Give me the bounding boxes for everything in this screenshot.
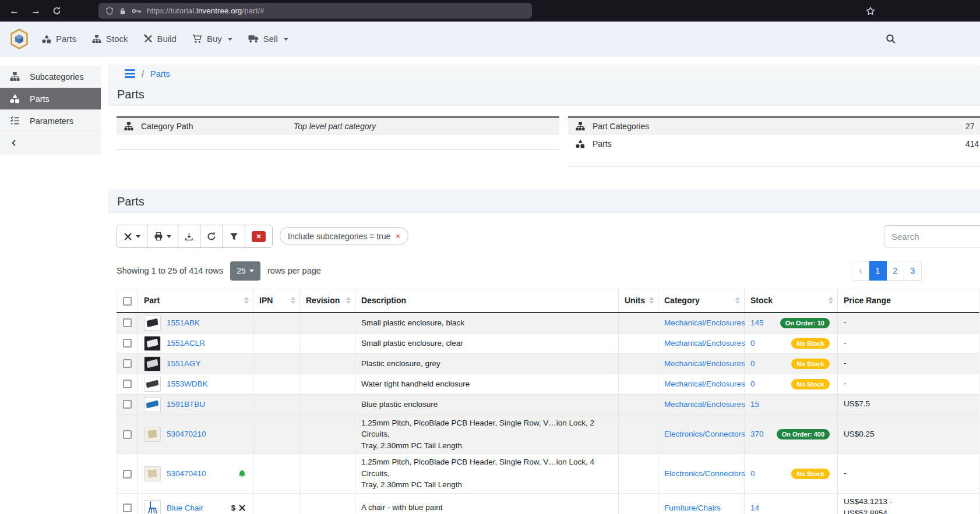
stock-link[interactable]: 15 <box>750 400 759 409</box>
part-link[interactable]: 530470210 <box>167 430 206 438</box>
browser-reload-icon[interactable] <box>52 6 61 15</box>
category-link[interactable]: Mechanical/Enclosures <box>664 339 745 348</box>
table-header-row: Part IPN Revision Description Units Cate… <box>117 289 979 313</box>
search-input[interactable] <box>884 225 980 247</box>
category-link[interactable]: Electronics/Connectors <box>664 469 745 478</box>
part-thumbnail[interactable] <box>144 500 161 514</box>
stock-link[interactable]: 0 <box>750 380 755 388</box>
column-header-ipn[interactable]: IPN <box>253 289 300 313</box>
browser-back-icon[interactable]: ← <box>9 6 19 16</box>
nav-item-build[interactable]: Build <box>144 34 177 44</box>
column-header-category[interactable]: Category <box>658 289 745 313</box>
menu-hamburger-icon[interactable] <box>125 69 135 78</box>
stock-link[interactable]: 0 <box>750 339 755 348</box>
category-link[interactable]: Mechanical/Enclosures <box>664 318 745 327</box>
ipn-cell <box>253 394 300 414</box>
tools-icon <box>144 34 153 43</box>
column-header-price-range[interactable]: Price Range <box>838 289 979 313</box>
table-row: 530470410 1.25mm Pitch, PicoBlade PCB He… <box>117 454 979 494</box>
column-header-part[interactable]: Part <box>138 289 253 313</box>
category-link[interactable]: Furniture/Chairs <box>664 504 721 512</box>
stock-link[interactable]: 14 <box>750 504 759 512</box>
sidebar-item-parts[interactable]: Parts <box>0 88 101 110</box>
nav-item-stock[interactable]: Stock <box>92 34 128 44</box>
clear-filters-button[interactable]: ✕ <box>245 225 272 247</box>
category-link[interactable]: Electronics/Connectors <box>664 430 745 438</box>
part-link[interactable]: 1591BTBU <box>167 400 205 409</box>
column-header-units[interactable]: Units <box>619 289 658 313</box>
sort-icon <box>244 297 249 304</box>
part-thumbnail[interactable] <box>144 397 161 412</box>
pagination-page-1[interactable]: 1 <box>869 261 887 281</box>
part-thumbnail[interactable] <box>144 377 161 392</box>
category-link[interactable]: Mechanical/Enclosures <box>664 359 745 368</box>
row-checkbox[interactable] <box>123 470 132 478</box>
part-link[interactable]: 530470410 <box>167 469 206 478</box>
row-checkbox[interactable] <box>123 504 132 512</box>
row-checkbox[interactable] <box>123 318 132 327</box>
category-link[interactable]: Mechanical/Enclosures <box>664 400 745 409</box>
part-thumbnail[interactable] <box>144 336 161 351</box>
table-actions-button[interactable] <box>117 225 147 247</box>
sidebar-item-parameters[interactable]: Parameters <box>0 110 101 132</box>
tools-icon <box>124 232 132 241</box>
stock-link[interactable]: 0 <box>750 469 755 478</box>
browser-forward-icon[interactable]: → <box>31 6 41 16</box>
stock-link[interactable]: 0 <box>750 359 755 368</box>
row-checkbox[interactable] <box>123 380 132 388</box>
download-button[interactable] <box>178 225 200 247</box>
description-cell: Blue plastic enclosure <box>355 394 619 414</box>
category-link[interactable]: Mechanical/Enclosures <box>664 380 745 388</box>
pagination-prev-button[interactable]: ‹ <box>852 261 869 281</box>
sidebar-collapse-button[interactable] <box>0 132 101 154</box>
part-thumbnail[interactable] <box>144 466 161 481</box>
cart-icon <box>192 34 202 44</box>
part-link[interactable]: 1551AGY <box>167 359 201 368</box>
search-icon[interactable] <box>886 34 896 44</box>
nav-label: Build <box>157 34 177 44</box>
table-toolbar: ✕ Include subcategories = true × <box>117 225 980 248</box>
breadcrumb: / Parts <box>108 65 980 83</box>
row-checkbox[interactable] <box>123 430 132 439</box>
column-header-description[interactable]: Description <box>355 289 619 313</box>
part-thumbnail[interactable] <box>144 316 161 331</box>
inventree-logo[interactable] <box>9 29 29 49</box>
part-thumbnail[interactable] <box>144 427 161 442</box>
filter-chip[interactable]: Include subcategories = true × <box>280 227 408 245</box>
part-link[interactable]: 1553WDBK <box>167 380 208 388</box>
pagination-page-3[interactable]: 3 <box>904 261 922 281</box>
shield-icon[interactable] <box>105 7 114 15</box>
stock-link[interactable]: 370 <box>750 430 764 438</box>
lock-icon[interactable] <box>119 7 126 15</box>
part-thumbnail[interactable] <box>144 356 161 371</box>
part-link[interactable]: 1551ABK <box>167 318 200 327</box>
pagination-page-2[interactable]: 2 <box>887 261 904 281</box>
key-icon[interactable] <box>132 8 142 14</box>
part-link[interactable]: 1551ACLR <box>167 339 205 348</box>
close-icon[interactable]: × <box>396 232 400 240</box>
nav-item-sell[interactable]: Sell <box>248 34 288 44</box>
sidebar-item-label: Subcategories <box>30 72 84 81</box>
sidebar-item-subcategories[interactable]: Subcategories <box>0 66 101 88</box>
row-checkbox[interactable] <box>123 400 132 409</box>
refresh-button[interactable] <box>200 225 223 247</box>
breadcrumb-link-parts[interactable]: Parts <box>150 69 170 79</box>
row-checkbox[interactable] <box>123 359 132 368</box>
browser-url-bar[interactable]: https://tutorial.inventree.org/part/# <box>98 3 532 19</box>
select-all-checkbox[interactable] <box>123 297 132 306</box>
table-spacer <box>117 135 559 150</box>
column-header-revision[interactable]: Revision <box>300 289 355 313</box>
page-size-dropdown[interactable]: 25 <box>230 261 260 281</box>
parts-count-value: 414 <box>965 139 980 148</box>
stock-link[interactable]: 145 <box>750 318 764 327</box>
dollar-icon: $ <box>231 504 235 512</box>
nav-item-parts[interactable]: Parts <box>42 34 76 44</box>
nav-item-buy[interactable]: Buy <box>192 34 232 44</box>
bookmark-star-icon[interactable] <box>866 6 875 16</box>
filter-button[interactable] <box>223 225 245 247</box>
row-checkbox[interactable] <box>123 339 132 348</box>
column-header-stock[interactable]: Stock <box>745 289 838 313</box>
part-link[interactable]: Blue Chair <box>167 504 203 512</box>
print-button[interactable] <box>147 225 178 247</box>
units-cell <box>619 454 658 494</box>
